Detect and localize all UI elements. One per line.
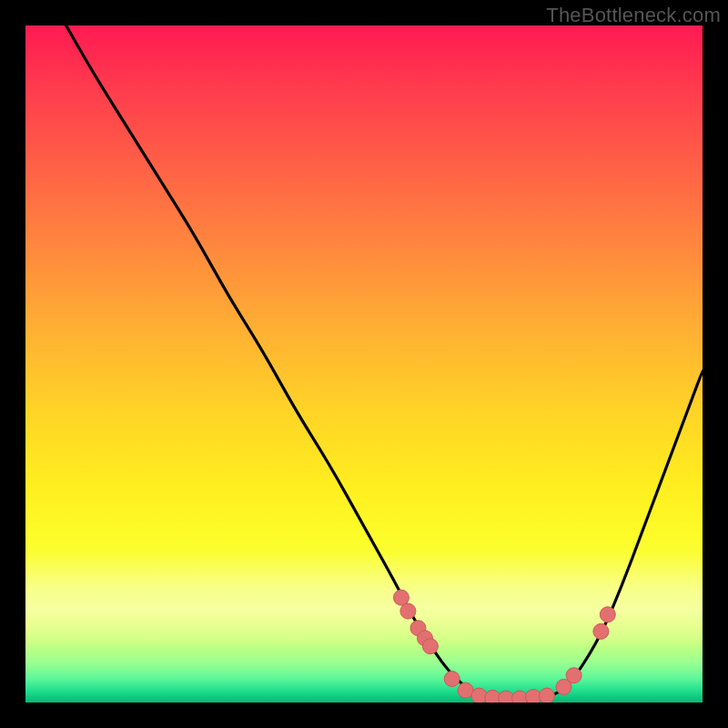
plot-area — [25, 25, 703, 703]
bottleneck-curve — [66, 25, 703, 699]
scatter-dot — [566, 668, 581, 683]
scatter-dot — [600, 607, 615, 622]
scatter-dot — [393, 590, 409, 605]
chart-frame: TheBottleneck.com — [0, 0, 728, 728]
scatter-dot — [471, 688, 487, 703]
scatter-dot — [400, 603, 416, 619]
scatter-dots — [393, 590, 615, 703]
watermark-text: TheBottleneck.com — [546, 4, 721, 27]
scatter-dot — [422, 639, 438, 654]
curve-layer — [25, 25, 703, 703]
scatter-dot — [499, 691, 514, 703]
scatter-dot — [539, 688, 554, 703]
scatter-dot — [485, 690, 500, 703]
scatter-dot — [444, 672, 460, 687]
scatter-dot — [593, 623, 609, 639]
